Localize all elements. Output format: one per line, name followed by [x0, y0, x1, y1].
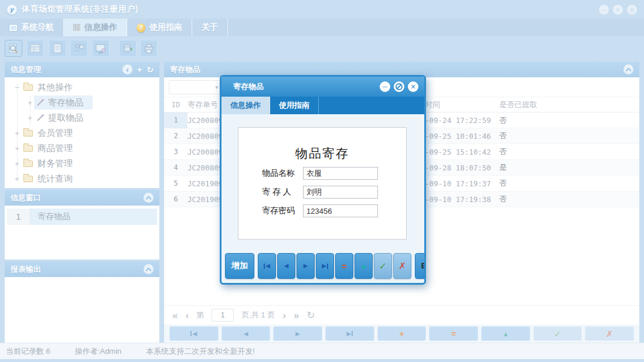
tree-expander[interactable]: −: [13, 83, 21, 92]
printer-button[interactable]: [140, 40, 158, 57]
printer-icon: [144, 44, 154, 53]
operator-button[interactable]: [70, 40, 88, 57]
tree-expander[interactable]: +: [26, 98, 34, 107]
tab-about[interactable]: 关于: [192, 19, 228, 36]
depositor-label: 寄 存 人: [262, 187, 303, 197]
dialog-block-button[interactable]: [394, 81, 404, 92]
monitor-button[interactable]: [92, 40, 110, 57]
nav-prev-button[interactable]: ◀: [222, 326, 271, 341]
document-button[interactable]: [49, 40, 66, 57]
check-icon: ✓: [554, 329, 561, 339]
refresh-icon[interactable]: ↻: [306, 309, 315, 322]
dialog-minimize-button[interactable]: ─: [380, 81, 390, 92]
tree-item-deposit-item[interactable]: + 寄存物品: [5, 95, 159, 110]
tree-item-statistics-query[interactable]: + 统计查询: [5, 171, 159, 186]
add-button[interactable]: 增加: [225, 253, 254, 279]
deposit-dialog: 寄存物品 ─ ✕ 信息操作 使用指南 物品寄存 物品名称 寄 存 人: [220, 75, 426, 285]
window-list-item[interactable]: 1 寄存物品: [7, 209, 157, 225]
form-heading: 物品寄存: [238, 145, 406, 162]
nav-first-icon: ◀: [190, 331, 197, 337]
dialog-nav-last-button[interactable]: ▶: [316, 253, 334, 279]
search-document-button[interactable]: [5, 40, 22, 57]
tree-label: 提取物品: [48, 112, 83, 124]
pagination-bar: « ‹ 第 页,共 1 页 › » ↻: [164, 305, 639, 325]
record-add-button[interactable]: +: [377, 326, 427, 341]
chevron-up-icon[interactable]: [623, 64, 633, 74]
tree-item-goods-management[interactable]: + 商品管理: [5, 141, 159, 156]
dialog-clipped-button[interactable]: B: [415, 253, 426, 279]
close-button[interactable]: ✕: [627, 5, 637, 15]
tree-item-retrieve-item[interactable]: + 提取物品: [5, 110, 159, 125]
page-last-button[interactable]: »: [294, 310, 299, 320]
dialog-confirm-button[interactable]: ✓: [374, 253, 392, 279]
tree-item-finance-management[interactable]: + 财务管理: [5, 156, 159, 171]
tree-expander[interactable]: +: [13, 175, 21, 183]
nav-last-button[interactable]: ▶: [325, 326, 374, 341]
tab-user-guide[interactable]: ? 使用指南: [127, 19, 192, 36]
tree-label: 寄存物品: [48, 97, 83, 108]
page-number-input[interactable]: [212, 309, 234, 322]
dialog-cancel-button[interactable]: ✗: [393, 253, 411, 279]
tree-item-other-operations[interactable]: − 其他操作: [5, 80, 159, 95]
dialog-nav-first-button[interactable]: ◀: [258, 253, 276, 279]
tab-system-nav[interactable]: 系统导航: [0, 19, 64, 36]
page-next-button[interactable]: ›: [282, 310, 286, 320]
chevron-up-icon[interactable]: [144, 193, 154, 203]
depositor-input[interactable]: [303, 186, 378, 199]
nav-last-icon: ▶: [322, 263, 328, 269]
tree-expander[interactable]: +: [26, 114, 34, 122]
data-table-icon: [30, 44, 40, 53]
refresh-icon[interactable]: ↻: [146, 66, 154, 74]
page-label-prefix: 第: [196, 310, 204, 320]
item-name-label: 物品名称: [262, 168, 303, 179]
tree-expander[interactable]: +: [13, 159, 21, 168]
dialog-title-bar[interactable]: 寄存物品 ─ ✕: [222, 77, 424, 97]
info-panel-header: 信息管理 ‹ + ↻: [5, 62, 159, 77]
item-name-input[interactable]: [303, 167, 378, 180]
nav-first-button[interactable]: ◀: [169, 326, 219, 341]
nav-next-button[interactable]: ▶: [273, 326, 322, 341]
record-confirm-button[interactable]: ✓: [533, 326, 582, 341]
col-picked: 是否已提取: [492, 100, 639, 110]
triangle-up-icon: ▲: [502, 330, 509, 337]
dialog-nav-next-button[interactable]: ▶: [297, 253, 315, 279]
tab-info-operation[interactable]: 信息操作: [64, 19, 127, 36]
tree-expander[interactable]: +: [13, 144, 21, 153]
triangle-up-icon: ▲: [360, 262, 367, 270]
dialog-nav-prev-button[interactable]: ◀: [277, 253, 295, 279]
database-add-button[interactable]: [119, 40, 137, 57]
dialog-close-button[interactable]: ✕: [408, 81, 418, 92]
dialog-delete-button[interactable]: =: [335, 253, 353, 279]
page-prev-button[interactable]: ‹: [185, 310, 189, 320]
filter-dropdown[interactable]: ▾: [169, 80, 223, 94]
document-icon: [53, 43, 62, 53]
chevron-up-icon[interactable]: [144, 264, 154, 274]
tree-expander[interactable]: +: [13, 129, 21, 138]
deposit-password-input[interactable]: [303, 204, 378, 217]
nav-next-icon: ▶: [295, 331, 300, 337]
tree-item-member-management[interactable]: + 会员管理: [5, 125, 159, 141]
tab-label: 系统导航: [21, 22, 54, 33]
chevron-down-icon: ▾: [215, 84, 218, 90]
deposit-form: 物品寄存 物品名称 寄 存 人 寄存密码: [238, 127, 407, 240]
minimize-button[interactable]: ─: [599, 5, 609, 15]
data-table-button[interactable]: [26, 40, 44, 57]
collapse-left-icon[interactable]: ‹: [122, 64, 132, 74]
add-icon[interactable]: +: [137, 66, 142, 74]
dialog-edit-button[interactable]: ▲: [355, 253, 373, 279]
dialog-tab-info-operation[interactable]: 信息操作: [222, 97, 270, 114]
nav-prev-icon: ◀: [244, 331, 248, 337]
app-window: y 体育场馆管理系统(非注册用户) ─ + ✕ 系统导航 信息操作 ? 使用指南…: [0, 0, 644, 362]
record-delete-button[interactable]: =: [429, 326, 478, 341]
page-first-button[interactable]: «: [172, 310, 178, 320]
record-cancel-button[interactable]: ✗: [585, 326, 634, 341]
tree-label: 财务管理: [38, 158, 73, 169]
app-title: 体育场馆管理系统(非注册用户): [22, 4, 138, 15]
tab-label: 使用指南: [149, 22, 182, 33]
dialog-tab-user-guide[interactable]: 使用指南: [270, 97, 319, 114]
record-edit-button[interactable]: ▲: [481, 326, 530, 341]
window-panel-header: 信息窗口: [5, 190, 159, 206]
window-item-label: 寄存物品: [30, 209, 157, 225]
main-panel-title: 寄存物品: [170, 64, 200, 75]
maximize-button[interactable]: +: [613, 5, 623, 15]
